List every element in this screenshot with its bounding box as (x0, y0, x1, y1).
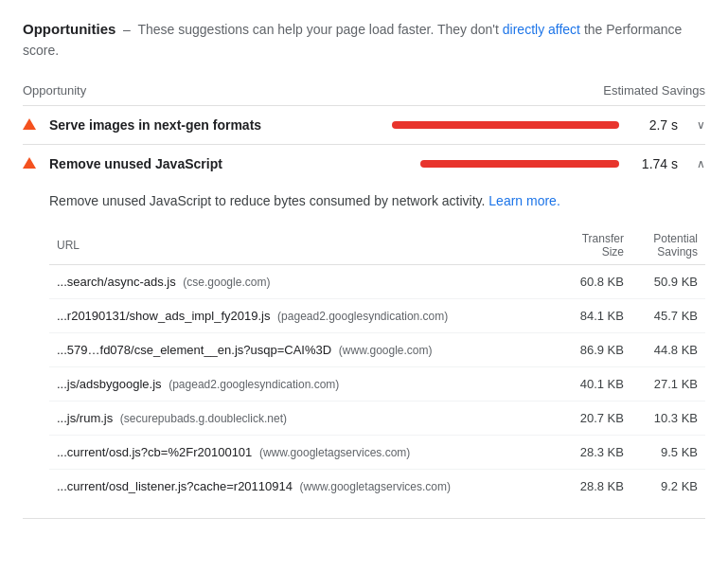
audit-serve-images-title: Serve images in next-gen formats (49, 117, 392, 133)
savings-cell: 10.3 KB (631, 401, 705, 435)
savings-cell: 44.8 KB (631, 332, 705, 366)
url-table-row: ...r20190131/show_ads_impl_fy2019.js (pa… (49, 298, 705, 332)
audit-description: Remove unused JavaScript to reduce bytes… (49, 190, 705, 211)
transfer-cell: 86.9 KB (559, 332, 631, 366)
url-table-row: ...current/osd.js?cb=%2Fr20100101 (www.g… (49, 435, 705, 469)
url-col-header: URL (49, 226, 559, 265)
transfer-cell: 40.1 KB (559, 366, 631, 401)
audit-remove-unused-js-bar (420, 160, 619, 168)
url-main: ...js/adsbygoogle.js (57, 377, 162, 391)
url-domain: (www.google.com) (339, 344, 433, 357)
audit-serve-images-bar (392, 121, 619, 129)
savings-col-header: PotentialSavings (631, 226, 705, 265)
url-domain: (pagead2.googlesyndication.com) (169, 378, 339, 391)
url-main: ...search/async-ads.js (57, 275, 176, 289)
url-cell: ...r20190131/show_ads_impl_fy2019.js (pa… (49, 298, 559, 332)
audit-remove-unused-js-savings: 1.74 s (630, 156, 678, 171)
url-main: ...r20190131/show_ads_impl_fy2019.js (57, 309, 270, 323)
transfer-cell: 60.8 KB (559, 264, 631, 298)
savings-cell: 9.2 KB (631, 469, 705, 503)
url-domain: (pagead2.googlesyndication.com) (277, 310, 448, 323)
transfer-cell: 20.7 KB (559, 401, 631, 435)
opportunities-title: Opportunities (23, 21, 115, 37)
table-header: Opportunity Estimated Savings (23, 76, 705, 106)
audit-row-serve-images: Serve images in next-gen formats 2.7 s ∨ (23, 106, 705, 145)
col-opportunity: Opportunity (23, 83, 603, 98)
url-main: ...579…fd078/cse_element__en.js?usqp=CAI… (57, 343, 331, 357)
warning-icon-2 (23, 156, 42, 171)
url-domain: (www.googletagservices.com) (259, 446, 410, 459)
audit-serve-images-bar-container: 2.7 s ∨ (392, 117, 705, 133)
opportunities-subtitle: – These suggestions can help your page l… (23, 22, 682, 58)
transfer-cell: 84.1 KB (559, 298, 631, 332)
savings-cell: 45.7 KB (631, 298, 705, 332)
url-main: ...js/rum.js (57, 411, 113, 425)
directly-affect-link[interactable]: directly affect (503, 22, 580, 37)
url-cell: ...current/osd_listener.js?cache=r201109… (49, 469, 559, 503)
url-cell: ...js/rum.js (securepubads.g.doubleclick… (49, 401, 559, 435)
url-main: ...current/osd_listener.js?cache=r201109… (57, 479, 293, 493)
opportunities-header: Opportunities – These suggestions can he… (23, 19, 705, 61)
learn-more-link[interactable]: Learn more. (488, 193, 559, 208)
audit-remove-unused-js-title: Remove unused JavaScript (49, 156, 420, 171)
savings-cell: 50.9 KB (631, 264, 705, 298)
url-cell: ...current/osd.js?cb=%2Fr20100101 (www.g… (49, 435, 559, 469)
audit-row-remove-unused-js: Remove unused JavaScript 1.74 s ∧ Remove… (23, 145, 705, 519)
url-main: ...current/osd.js?cb=%2Fr20100101 (57, 445, 252, 459)
audit-remove-unused-js-chevron[interactable]: ∧ (697, 157, 705, 170)
url-cell: ...579…fd078/cse_element__en.js?usqp=CAI… (49, 332, 559, 366)
audit-remove-unused-js-detail: Remove unused JavaScript to reduce bytes… (23, 183, 705, 518)
url-table-row: ...js/adsbygoogle.js (pagead2.googlesynd… (49, 366, 705, 401)
url-cell: ...search/async-ads.js (cse.google.com) (49, 264, 559, 298)
url-domain: (cse.google.com) (183, 276, 270, 289)
url-cell: ...js/adsbygoogle.js (pagead2.googlesynd… (49, 366, 559, 401)
url-domain: (securepubads.g.doubleclick.net) (120, 412, 287, 425)
audit-row-remove-unused-js-header[interactable]: Remove unused JavaScript 1.74 s ∧ (23, 145, 705, 183)
url-domain: (www.googletagservices.com) (300, 480, 451, 493)
transfer-cell: 28.3 KB (559, 435, 631, 469)
url-table: URL TransferSize PotentialSavings ...sea… (49, 226, 705, 503)
savings-cell: 27.1 KB (631, 366, 705, 401)
url-table-row: ...579…fd078/cse_element__en.js?usqp=CAI… (49, 332, 705, 366)
audit-serve-images-savings: 2.7 s (630, 117, 678, 133)
audit-serve-images-chevron[interactable]: ∨ (697, 118, 705, 132)
warning-icon (23, 117, 42, 133)
col-savings: Estimated Savings (603, 83, 705, 98)
transfer-cell: 28.8 KB (559, 469, 631, 503)
audit-remove-unused-js-bar-container: 1.74 s ∧ (420, 156, 705, 171)
transfer-col-header: TransferSize (559, 226, 631, 265)
url-table-row: ...search/async-ads.js (cse.google.com) … (49, 264, 705, 298)
savings-cell: 9.5 KB (631, 435, 705, 469)
audit-row-serve-images-header[interactable]: Serve images in next-gen formats 2.7 s ∨ (23, 106, 705, 144)
url-table-row: ...current/osd_listener.js?cache=r201109… (49, 469, 705, 503)
url-table-row: ...js/rum.js (securepubads.g.doubleclick… (49, 401, 705, 435)
